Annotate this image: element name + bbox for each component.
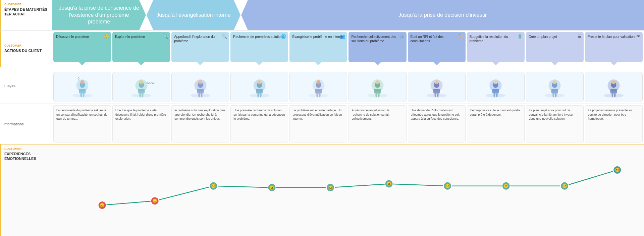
image-cell-9	[526, 72, 584, 102]
svg-rect-42	[376, 94, 377, 97]
svg-point-48	[435, 80, 439, 84]
svg-text:😐: 😐	[562, 183, 567, 188]
actions-title: ACTIONS DU CLIENT	[4, 48, 48, 53]
svg-point-30	[308, 94, 328, 98]
svg-rect-3	[79, 89, 86, 94]
svg-point-16	[190, 94, 210, 98]
action-label-2: Explore le problème	[115, 35, 167, 59]
action-card-6: Recherche collectivement des solutions a…	[348, 32, 406, 62]
action-arrow-2	[138, 62, 144, 65]
svg-rect-26	[256, 89, 263, 94]
action-arrow-10	[611, 62, 617, 65]
images-row: Images ?	[0, 67, 644, 104]
svg-point-4	[80, 80, 84, 84]
action-card-9: Crée un plan projet☰	[526, 32, 584, 62]
action-label-9: Crée un plan projet	[529, 35, 581, 59]
svg-rect-36	[319, 94, 320, 97]
svg-text:😞: 😞	[100, 202, 105, 208]
svg-rect-11	[138, 89, 145, 94]
info-cell-2: Une fois que le problème a été découvert…	[112, 105, 170, 142]
action-icon-5: 👥	[340, 34, 345, 39]
svg-point-23	[249, 94, 269, 98]
svg-point-58	[545, 94, 565, 98]
illustration-10	[599, 75, 628, 99]
emotions-title: EXPÉRIENCES ÉMOTIONNELLES	[4, 152, 48, 161]
phase-2: Jusqu'à l'évangélisation interne	[147, 0, 240, 30]
svg-point-27	[257, 80, 261, 84]
info-cell-5: Le problème est ensuite partagé. Un proc…	[289, 105, 347, 142]
info-label: Informations	[3, 122, 48, 126]
info-cell-9: Le plan projet aura pour but de convainc…	[526, 105, 584, 142]
svg-text:😐: 😐	[328, 185, 333, 190]
action-icon-7: ✏️	[458, 34, 464, 39]
image-cell-3	[171, 72, 229, 102]
action-arrow-5	[315, 62, 321, 65]
svg-rect-57	[496, 94, 498, 97]
action-icon-9: ☰	[578, 34, 582, 39]
customer-tag-etapes: Customer	[4, 3, 48, 6]
action-arrow-6	[375, 62, 381, 65]
info-cell-4: Une première recherche de solution se fa…	[230, 105, 288, 142]
image-cell-1: ?	[53, 72, 111, 102]
action-card-2: Explore le problème🔍	[112, 32, 170, 62]
illustration-7	[422, 75, 451, 99]
image-cell-10	[585, 72, 643, 102]
action-icon-10: 👁	[636, 34, 641, 39]
info-cell-1: La découverte du problème est liée à un …	[53, 105, 111, 142]
action-icon-2: 🔍	[163, 34, 168, 39]
svg-rect-54	[492, 89, 499, 94]
info-cell-3: le problème subit une exploration plus a…	[171, 105, 229, 142]
action-card-5: Évangélise le problème en interne👥	[289, 32, 347, 62]
action-card-10: Présente le plan pour validation👁	[585, 32, 643, 62]
svg-point-0	[72, 94, 92, 98]
images-label: Images	[3, 83, 48, 87]
action-arrow-8	[493, 62, 499, 65]
svg-rect-19	[197, 89, 204, 94]
svg-rect-63	[553, 94, 554, 97]
svg-rect-6	[83, 94, 84, 97]
svg-text:😐: 😐	[386, 181, 391, 186]
info-cell-6: Après son évangélisation, la recherche d…	[348, 105, 406, 142]
svg-rect-64	[555, 94, 557, 97]
illustration-9	[540, 75, 569, 99]
image-cell-2: WOW	[112, 72, 170, 102]
svg-text:😞: 😞	[152, 198, 157, 203]
action-arrow-3	[197, 62, 203, 65]
action-label-10: Présente le plan pour validation	[588, 35, 640, 59]
svg-rect-14	[142, 94, 143, 97]
svg-text:😐: 😐	[269, 185, 274, 190]
svg-point-8	[131, 94, 151, 98]
svg-point-12	[139, 80, 143, 84]
phase-3: Jusqu'à la prise de décision d'investir	[241, 0, 644, 30]
emotion-chart-svg: 😞 😞 😐 😐 😐 😐 😐 😐 😐 😊	[55, 148, 641, 233]
svg-rect-28	[257, 94, 259, 97]
emotions-row: Customer EXPÉRIENCES ÉMOTIONNELLES 😞 😞 😐	[0, 144, 644, 236]
phase-2-label: Jusqu'à l'évangélisation interne	[156, 12, 230, 19]
etapes-label-cell: Customer ÉTAPES DE MATURITÉS 1ER ACHAT	[0, 0, 52, 30]
svg-point-65	[604, 94, 624, 98]
svg-point-34	[316, 80, 320, 84]
action-label-7: Écrit un RFI et fait des consultations	[411, 35, 463, 59]
phase-header-row: Customer ÉTAPES DE MATURITÉS 1ER ACHAT J…	[0, 0, 644, 30]
images-label-cell: Images	[0, 67, 52, 104]
svg-rect-13	[139, 94, 141, 97]
svg-rect-22	[201, 94, 202, 97]
actions-row: Customer ACTIONS DU CLIENT Découvre le p…	[0, 30, 644, 67]
action-icon-4: 🌐	[281, 34, 286, 39]
action-icon-8: 💲	[517, 34, 523, 39]
svg-rect-5	[80, 94, 82, 97]
action-arrow-7	[434, 62, 440, 65]
action-arrow-1	[79, 62, 85, 65]
action-card-8: Budgetise la résolution du problème💲	[467, 32, 525, 62]
svg-point-62	[553, 80, 557, 84]
info-cell-8: L'entreprise calcule le montant qu'elle …	[467, 105, 525, 142]
illustration-3	[186, 75, 215, 99]
illustration-8	[481, 75, 510, 99]
customer-tag-actions: Customer	[4, 44, 48, 47]
illustration-1: ?	[68, 75, 97, 99]
image-cell-7	[408, 72, 466, 102]
info-cell-10: Le projet est ensuite présenté au comité…	[585, 105, 643, 142]
info-row: Informations La découverte du problème e…	[0, 104, 644, 144]
svg-text:WOW: WOW	[146, 81, 154, 84]
action-label-1: Découvre le problème	[56, 35, 108, 59]
